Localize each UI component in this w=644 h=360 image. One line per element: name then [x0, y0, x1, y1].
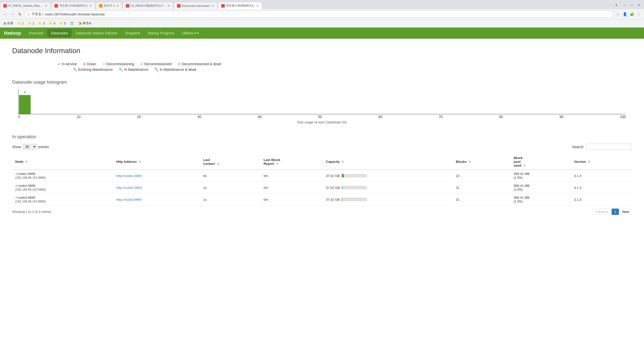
tab-close-icon[interactable]: ✕	[167, 4, 170, 8]
node-link-1[interactable]: node2:9866	[18, 184, 35, 188]
node-status-icon-0: ✔	[15, 172, 18, 176]
x-label-40: 40	[258, 115, 262, 119]
cell-contact-2: 1s	[200, 194, 260, 206]
nav-item-snapshot[interactable]: Snapshot	[122, 29, 144, 37]
forward-button[interactable]: →	[10, 11, 16, 17]
col-last-contact[interactable]: Lastcontact ⇅	[200, 154, 260, 170]
bookmark-1[interactable]: 📁1	[16, 21, 25, 26]
http-link-1[interactable]: http://node2:9864	[116, 186, 142, 190]
histogram-chart: 3	[18, 89, 626, 114]
extensions-icon[interactable]: 🧩	[629, 11, 635, 17]
cell-blocks-2: 21	[453, 194, 511, 206]
table-section: In operation Show 25 10 50 100 entries S…	[12, 134, 632, 215]
col-last-block[interactable]: Last BlockReport ⇅	[260, 154, 323, 170]
cell-block-report-1: 0m	[260, 182, 323, 194]
decommissioning-label: Decommissioning	[106, 62, 134, 66]
down-label: Down	[87, 62, 96, 66]
show-label: Show	[12, 145, 21, 149]
nav-item-datanode-volume-failures[interactable]: Datanode Volume Failures	[72, 29, 121, 37]
decommissioned-dead-label: Decommissioned & dead	[182, 62, 221, 66]
capacity-bar-bg-1	[342, 186, 367, 189]
bookmark-star-icon[interactable]: ☆	[615, 11, 621, 17]
browser-tab-tab5[interactable]: Namenode information ✕	[174, 2, 217, 9]
maximize-icon[interactable]: □	[629, 2, 635, 8]
node-link-0[interactable]: node1:9866	[18, 172, 35, 176]
previous-button[interactable]: Previous	[593, 209, 611, 215]
reload-button[interactable]: ↻	[17, 11, 23, 18]
tab-close-icon[interactable]: ✕	[116, 4, 119, 8]
new-tab-button[interactable]: +	[613, 3, 620, 8]
browser-tab-tab3[interactable]: 欢灯片 1 ✕	[96, 2, 122, 9]
bookmarks-bar: ⊞ 应用 📁1 📁2 📁3 📁4 📁5 🎵 🍞果壳er	[0, 19, 644, 27]
tab-favicon	[221, 4, 225, 8]
histogram-container: 3 0 10 20 30 40 50 60 70 80 90 100 Disk …	[18, 89, 626, 124]
col-version[interactable]: Version ⇅	[571, 154, 632, 170]
nav-item-overview[interactable]: Overview	[25, 29, 47, 37]
col-block-pool[interactable]: Blockpoolused ⇅	[511, 154, 571, 170]
http-link-0[interactable]: http://node1:9864	[116, 174, 142, 178]
in-maintenance-dead-icon: 🔧	[154, 68, 159, 72]
folder-icon-3: 📁	[38, 22, 42, 25]
x-label-100: 100	[620, 115, 626, 119]
sort-icon-blocks: ⇅	[469, 160, 471, 163]
bookmark-music[interactable]: 🎵	[68, 21, 75, 26]
tab-close-icon[interactable]: ✕	[45, 4, 47, 8]
page-1-button[interactable]: 1	[612, 209, 619, 215]
capacity-bar-bg-2	[342, 198, 367, 201]
col-http[interactable]: Http Address ⇅	[113, 154, 200, 170]
cell-block-report-2: 0m	[260, 194, 323, 206]
node-sub-1: (192.168.88.152:9866)	[15, 188, 46, 191]
next-button[interactable]: Next	[619, 209, 632, 215]
cell-http-1: http://node2:9864	[113, 182, 200, 194]
bookmark-apps[interactable]: ⊞ 应用	[2, 21, 15, 26]
folder-icon-1: 📁	[17, 22, 21, 25]
entering-maintenance-icon: 🔧	[73, 68, 77, 72]
nav-item-datanodes[interactable]: Datanodes	[47, 29, 72, 37]
bookmark-4[interactable]: 📁4	[47, 21, 57, 26]
url-text: node1:9870/dfshealth.html#tab-datanode	[45, 12, 105, 16]
close-icon[interactable]: ✕	[636, 2, 642, 8]
browser-tab-tab2[interactable]: 写文章-CSDN创作中心 ✕	[51, 2, 95, 9]
show-select[interactable]: 25 10 50 100	[23, 144, 37, 150]
sort-icon-contact: ⇅	[217, 162, 219, 165]
x-label-20: 20	[137, 115, 141, 119]
col-node[interactable]: Node ⇅	[12, 154, 113, 170]
x-label-10: 10	[77, 115, 81, 119]
address-bar[interactable]: ⚠ 不安全 | node1:9870/dfshealth.html#tab-da…	[24, 11, 613, 18]
table-row: ✔node3:9866 (192.168.88.153:9866) http:/…	[12, 194, 632, 206]
tab-close-icon[interactable]: ✕	[256, 4, 259, 8]
bookmark-2[interactable]: 📁2	[26, 21, 36, 26]
http-link-2[interactable]: http://node3:9864	[116, 198, 142, 201]
bookmark-5[interactable]: 📁5	[58, 21, 68, 26]
nav-item-startup-progress[interactable]: Startup Progress	[144, 29, 178, 37]
nav-item-utilities[interactable]: Utilities ▾	[178, 29, 202, 37]
cell-http-2: http://node3:9864	[113, 194, 200, 206]
profile-icon[interactable]: 👤	[622, 11, 628, 17]
back-button[interactable]: ←	[2, 11, 8, 17]
minimize-icon[interactable]: ─	[622, 2, 628, 8]
node-sub-0: (192.168.88.151:9866)	[15, 176, 46, 179]
browser-tab-tab4[interactable]: 03_尚硅谷大数据技术之Hadoo... ✕	[123, 2, 173, 9]
browser-tab-tab1[interactable]: 67_尚硅谷_Hadoop_MapRedu... ✕	[0, 2, 51, 9]
decommissioned-icon: ⊙	[140, 62, 143, 66]
capacity-text-2: 37.02 GB	[326, 198, 340, 201]
bookmark-3[interactable]: 📁3	[37, 21, 46, 26]
node-link-2[interactable]: node3:9866	[18, 196, 35, 199]
search-input[interactable]	[586, 144, 632, 150]
node-status-icon-1: ✔	[15, 184, 18, 188]
apps-icon: ⊞	[4, 22, 6, 25]
status-legend: ✔ In service ⊗ Down ⊙ Decommissioning ⊙ …	[58, 62, 632, 72]
col-blocks[interactable]: Blocks ⇅	[453, 154, 511, 170]
tab-close-icon[interactable]: ✕	[89, 4, 92, 8]
col-capacity[interactable]: Capacity ⇅	[323, 154, 453, 170]
guokeer-favicon: 🍞	[78, 22, 82, 25]
bookmark-guokeer[interactable]: 🍞果壳er	[76, 21, 93, 26]
down-icon: ⊗	[83, 62, 86, 66]
capacity-bar-fill-2	[342, 198, 342, 201]
tab-bar: 67_尚硅谷_Hadoop_MapRedu... ✕ 写文章-CSDN创作中心 …	[0, 0, 644, 9]
in-maintenance-label: In Maintenance	[124, 68, 148, 72]
tab-close-icon[interactable]: ✕	[212, 4, 214, 8]
menu-icon[interactable]: ⋮	[636, 11, 642, 17]
address-bar-row: ← → ↻ ⚠ 不安全 | node1:9870/dfshealth.html#…	[0, 9, 644, 19]
browser-tab-tab6[interactable]: 写文章-CSDN创作中心 ✕	[218, 2, 262, 9]
